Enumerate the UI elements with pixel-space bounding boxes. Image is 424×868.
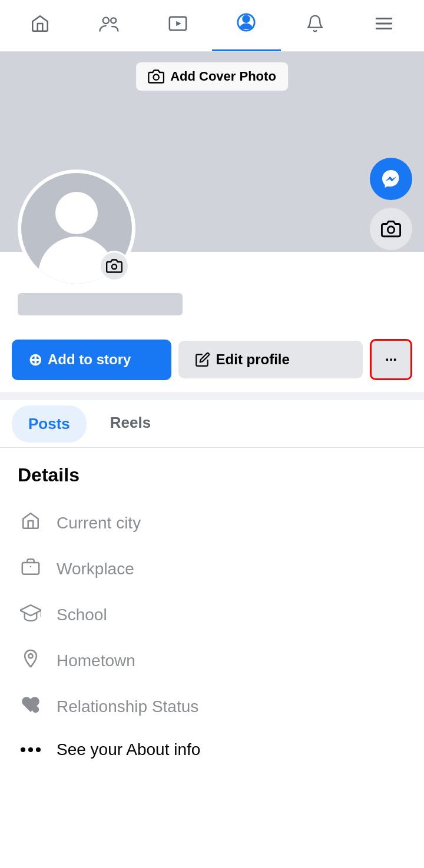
- svg-point-1: [111, 18, 116, 23]
- current-city-text: Current city: [57, 514, 141, 533]
- nav-menu[interactable]: [349, 0, 418, 51]
- home-icon: [30, 14, 50, 38]
- more-options-button[interactable]: ···: [370, 339, 412, 380]
- relationship-text: Relationship Status: [57, 697, 198, 716]
- edit-profile-button[interactable]: Edit profile: [178, 341, 363, 378]
- nav-friends[interactable]: [75, 0, 144, 51]
- hometown-text: Hometown: [57, 651, 135, 670]
- add-story-label: Add to story: [48, 351, 131, 368]
- watch-icon: [168, 14, 188, 38]
- tab-reels[interactable]: Reels: [104, 404, 157, 443]
- action-buttons-row: ⊕ Add to story Edit profile ···: [0, 339, 424, 392]
- add-to-story-button[interactable]: ⊕ Add to story: [12, 340, 171, 380]
- school-detail-icon: [18, 603, 44, 627]
- dots-icon: [18, 747, 44, 752]
- details-title: Details: [18, 464, 406, 486]
- more-label: ···: [385, 351, 397, 368]
- school-text: School: [57, 606, 107, 624]
- nav-notifications[interactable]: [281, 0, 350, 51]
- nav-profile[interactable]: [212, 0, 281, 51]
- svg-point-10: [387, 227, 394, 233]
- cover-camera-icon: [381, 219, 401, 239]
- svg-point-0: [103, 17, 109, 23]
- svg-point-17: [32, 706, 39, 713]
- nav-watch[interactable]: [143, 0, 212, 51]
- friends-icon: [98, 14, 120, 38]
- see-about-info-row[interactable]: See your About info: [18, 730, 406, 770]
- top-nav: [0, 0, 424, 52]
- see-about-label: See your About info: [57, 740, 200, 759]
- avatar-camera-icon: [106, 258, 122, 274]
- hometown-detail-icon: [18, 648, 44, 673]
- svg-marker-14: [20, 605, 41, 616]
- add-icon: ⊕: [28, 350, 42, 370]
- add-cover-button[interactable]: Add Cover Photo: [136, 62, 288, 91]
- svg-point-16: [28, 654, 32, 658]
- workplace-text: Workplace: [57, 560, 134, 578]
- svg-marker-3: [176, 21, 181, 26]
- edit-profile-label: Edit profile: [216, 351, 290, 368]
- separator: [0, 392, 424, 400]
- messenger-icon: [380, 168, 402, 189]
- tab-posts-label: Posts: [28, 415, 70, 433]
- cover-area: Add Cover Photo: [0, 52, 424, 252]
- camera-icon: [148, 68, 164, 85]
- cover-camera-button[interactable]: [370, 208, 412, 250]
- detail-workplace[interactable]: Workplace: [18, 546, 406, 592]
- avatar-head: [55, 192, 98, 234]
- nav-home[interactable]: [6, 0, 75, 51]
- menu-icon: [374, 14, 394, 38]
- svg-rect-12: [22, 563, 39, 574]
- add-cover-label: Add Cover Photo: [170, 69, 276, 84]
- edit-icon: [195, 352, 210, 367]
- name-placeholder: [18, 293, 183, 315]
- profile-icon: [236, 12, 256, 37]
- avatar-container: [18, 169, 135, 287]
- detail-hometown[interactable]: Hometown: [18, 638, 406, 684]
- tabs-row: Posts Reels: [0, 400, 424, 447]
- relationship-detail-icon: [18, 694, 44, 719]
- svg-point-4: [243, 16, 250, 22]
- detail-current-city[interactable]: Current city: [18, 500, 406, 546]
- messenger-button[interactable]: [370, 158, 412, 200]
- home-detail-icon: [18, 511, 44, 536]
- detail-school[interactable]: School: [18, 592, 406, 638]
- tab-reels-label: Reels: [110, 414, 151, 431]
- workplace-detail-icon: [18, 557, 44, 581]
- svg-point-9: [153, 75, 158, 80]
- tab-posts[interactable]: Posts: [12, 405, 87, 443]
- notification-icon: [306, 14, 324, 38]
- details-section: Details Current city Workplace: [0, 448, 424, 786]
- avatar-camera-button[interactable]: [99, 251, 130, 281]
- svg-point-11: [112, 264, 117, 269]
- detail-relationship[interactable]: Relationship Status: [18, 684, 406, 730]
